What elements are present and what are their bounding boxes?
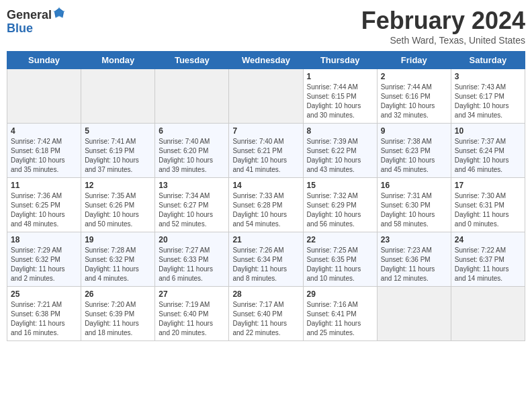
- calendar-day-cell: 24Sunrise: 7:22 AM Sunset: 6:37 PM Dayli…: [451, 232, 525, 287]
- day-info: Sunrise: 7:39 AM Sunset: 6:22 PM Dayligh…: [307, 137, 373, 175]
- calendar-day-cell: 26Sunrise: 7:20 AM Sunset: 6:39 PM Dayli…: [81, 287, 155, 341]
- day-info: Sunrise: 7:38 AM Sunset: 6:23 PM Dayligh…: [381, 137, 447, 175]
- calendar-day-cell: 27Sunrise: 7:19 AM Sunset: 6:40 PM Dayli…: [155, 287, 229, 341]
- calendar-day-cell: 20Sunrise: 7:27 AM Sunset: 6:33 PM Dayli…: [155, 232, 229, 287]
- calendar-day-cell: 9Sunrise: 7:38 AM Sunset: 6:23 PM Daylig…: [377, 124, 451, 178]
- calendar-day-cell: 6Sunrise: 7:40 AM Sunset: 6:20 PM Daylig…: [155, 124, 229, 178]
- day-number: 3: [455, 72, 521, 81]
- day-number: 27: [159, 289, 225, 299]
- day-number: 5: [85, 126, 151, 136]
- day-info: Sunrise: 7:22 AM Sunset: 6:37 PM Dayligh…: [455, 246, 521, 283]
- logo-icon: [53, 7, 65, 19]
- calendar-day-cell: 16Sunrise: 7:31 AM Sunset: 6:30 PM Dayli…: [377, 178, 451, 232]
- calendar-day-cell: 25Sunrise: 7:21 AM Sunset: 6:38 PM Dayli…: [7, 287, 81, 341]
- day-number: 19: [85, 235, 151, 244]
- calendar-day-cell: 4Sunrise: 7:42 AM Sunset: 6:18 PM Daylig…: [7, 124, 81, 178]
- logo: General Blue: [7, 7, 65, 36]
- calendar-day-cell: 18Sunrise: 7:29 AM Sunset: 6:32 PM Dayli…: [7, 232, 81, 287]
- day-of-week-header: Wednesday: [229, 52, 303, 69]
- calendar-day-cell: 12Sunrise: 7:35 AM Sunset: 6:26 PM Dayli…: [81, 178, 155, 232]
- day-info: Sunrise: 7:28 AM Sunset: 6:32 PM Dayligh…: [85, 246, 151, 283]
- calendar-day-cell: 13Sunrise: 7:34 AM Sunset: 6:27 PM Dayli…: [155, 178, 229, 232]
- calendar-day-cell: 15Sunrise: 7:32 AM Sunset: 6:29 PM Dayli…: [303, 178, 377, 232]
- day-info: Sunrise: 7:35 AM Sunset: 6:26 PM Dayligh…: [85, 191, 151, 229]
- day-info: Sunrise: 7:44 AM Sunset: 6:16 PM Dayligh…: [381, 83, 447, 120]
- day-info: Sunrise: 7:16 AM Sunset: 6:41 PM Dayligh…: [307, 300, 373, 338]
- day-info: Sunrise: 7:37 AM Sunset: 6:24 PM Dayligh…: [455, 137, 521, 175]
- location-text: Seth Ward, Texas, United States: [361, 35, 525, 46]
- day-info: Sunrise: 7:34 AM Sunset: 6:27 PM Dayligh…: [159, 191, 225, 229]
- day-info: Sunrise: 7:25 AM Sunset: 6:35 PM Dayligh…: [307, 246, 373, 283]
- day-number: 16: [381, 181, 447, 190]
- logo-general-text: General: [7, 8, 52, 21]
- day-info: Sunrise: 7:36 AM Sunset: 6:25 PM Dayligh…: [11, 191, 77, 229]
- calendar-day-cell: 3Sunrise: 7:43 AM Sunset: 6:17 PM Daylig…: [451, 69, 525, 124]
- day-info: Sunrise: 7:43 AM Sunset: 6:17 PM Dayligh…: [455, 83, 521, 120]
- day-number: 28: [232, 289, 299, 299]
- day-of-week-header: Tuesday: [155, 52, 229, 69]
- day-number: 20: [159, 235, 225, 244]
- day-number: 17: [455, 181, 521, 190]
- title-block: February 2024 Seth Ward, Texas, United S…: [361, 7, 525, 46]
- day-number: 23: [381, 235, 447, 244]
- calendar-day-cell: 5Sunrise: 7:41 AM Sunset: 6:19 PM Daylig…: [81, 124, 155, 178]
- day-info: Sunrise: 7:23 AM Sunset: 6:36 PM Dayligh…: [381, 246, 447, 283]
- calendar-day-cell: [155, 69, 229, 124]
- day-info: Sunrise: 7:21 AM Sunset: 6:38 PM Dayligh…: [11, 300, 77, 338]
- day-info: Sunrise: 7:33 AM Sunset: 6:28 PM Dayligh…: [232, 191, 299, 229]
- calendar-day-cell: [229, 69, 303, 124]
- day-number: 11: [11, 181, 77, 190]
- calendar-day-cell: 1Sunrise: 7:44 AM Sunset: 6:15 PM Daylig…: [303, 69, 377, 124]
- month-title: February 2024: [361, 7, 525, 35]
- calendar-week-row: 18Sunrise: 7:29 AM Sunset: 6:32 PM Dayli…: [7, 232, 525, 287]
- day-number: 6: [159, 126, 225, 136]
- day-number: 14: [232, 181, 299, 190]
- day-number: 13: [159, 181, 225, 190]
- page-header: General Blue February 2024 Seth Ward, Te…: [7, 7, 525, 46]
- calendar-table: SundayMondayTuesdayWednesdayThursdayFrid…: [7, 51, 525, 341]
- calendar-day-cell: 28Sunrise: 7:17 AM Sunset: 6:40 PM Dayli…: [229, 287, 303, 341]
- calendar-day-cell: 21Sunrise: 7:26 AM Sunset: 6:34 PM Dayli…: [229, 232, 303, 287]
- day-number: 18: [11, 235, 77, 244]
- day-number: 29: [307, 289, 373, 299]
- day-info: Sunrise: 7:29 AM Sunset: 6:32 PM Dayligh…: [11, 246, 77, 283]
- day-info: Sunrise: 7:17 AM Sunset: 6:40 PM Dayligh…: [232, 300, 299, 338]
- day-of-week-header: Saturday: [451, 52, 525, 69]
- day-number: 22: [307, 235, 373, 244]
- calendar-day-cell: 10Sunrise: 7:37 AM Sunset: 6:24 PM Dayli…: [451, 124, 525, 178]
- day-number: 26: [85, 289, 151, 299]
- day-info: Sunrise: 7:40 AM Sunset: 6:21 PM Dayligh…: [232, 137, 299, 175]
- calendar-day-cell: 11Sunrise: 7:36 AM Sunset: 6:25 PM Dayli…: [7, 178, 81, 232]
- day-number: 24: [455, 235, 521, 244]
- day-info: Sunrise: 7:40 AM Sunset: 6:20 PM Dayligh…: [159, 137, 225, 175]
- calendar-day-cell: 14Sunrise: 7:33 AM Sunset: 6:28 PM Dayli…: [229, 178, 303, 232]
- day-number: 4: [11, 126, 77, 136]
- calendar-day-cell: 29Sunrise: 7:16 AM Sunset: 6:41 PM Dayli…: [303, 287, 377, 341]
- logo-blue-text: Blue: [7, 21, 33, 35]
- day-info: Sunrise: 7:27 AM Sunset: 6:33 PM Dayligh…: [159, 246, 225, 283]
- calendar-day-cell: 2Sunrise: 7:44 AM Sunset: 6:16 PM Daylig…: [377, 69, 451, 124]
- day-number: 15: [307, 181, 373, 190]
- day-info: Sunrise: 7:41 AM Sunset: 6:19 PM Dayligh…: [85, 137, 151, 175]
- day-number: 2: [381, 72, 447, 81]
- day-info: Sunrise: 7:32 AM Sunset: 6:29 PM Dayligh…: [307, 191, 373, 229]
- calendar-day-cell: [7, 69, 81, 124]
- day-number: 12: [85, 181, 151, 190]
- calendar-day-cell: [81, 69, 155, 124]
- day-number: 9: [381, 126, 447, 136]
- day-number: 10: [455, 126, 521, 136]
- calendar-day-cell: 23Sunrise: 7:23 AM Sunset: 6:36 PM Dayli…: [377, 232, 451, 287]
- calendar-week-row: 25Sunrise: 7:21 AM Sunset: 6:38 PM Dayli…: [7, 287, 525, 341]
- day-of-week-header: Friday: [377, 52, 451, 69]
- day-of-week-header: Sunday: [7, 52, 81, 69]
- calendar-day-cell: 7Sunrise: 7:40 AM Sunset: 6:21 PM Daylig…: [229, 124, 303, 178]
- day-info: Sunrise: 7:31 AM Sunset: 6:30 PM Dayligh…: [381, 191, 447, 229]
- day-number: 21: [232, 235, 299, 244]
- day-info: Sunrise: 7:26 AM Sunset: 6:34 PM Dayligh…: [232, 246, 299, 283]
- day-info: Sunrise: 7:42 AM Sunset: 6:18 PM Dayligh…: [11, 137, 77, 175]
- calendar-header-row: SundayMondayTuesdayWednesdayThursdayFrid…: [7, 52, 525, 69]
- calendar-day-cell: 22Sunrise: 7:25 AM Sunset: 6:35 PM Dayli…: [303, 232, 377, 287]
- day-number: 8: [307, 126, 373, 136]
- day-info: Sunrise: 7:20 AM Sunset: 6:39 PM Dayligh…: [85, 300, 151, 338]
- day-of-week-header: Monday: [81, 52, 155, 69]
